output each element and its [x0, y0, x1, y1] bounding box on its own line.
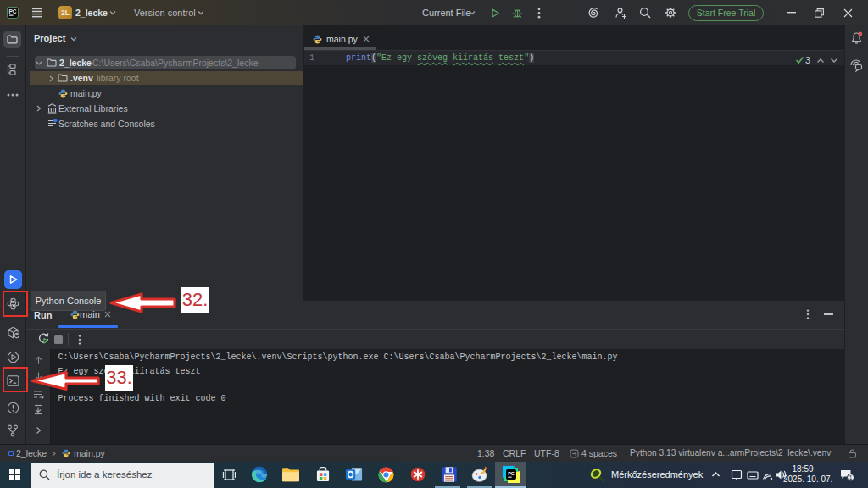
svg-text:1: 1 — [849, 474, 852, 481]
svg-text:PC: PC — [508, 471, 515, 476]
svg-text:PC: PC — [8, 8, 16, 14]
